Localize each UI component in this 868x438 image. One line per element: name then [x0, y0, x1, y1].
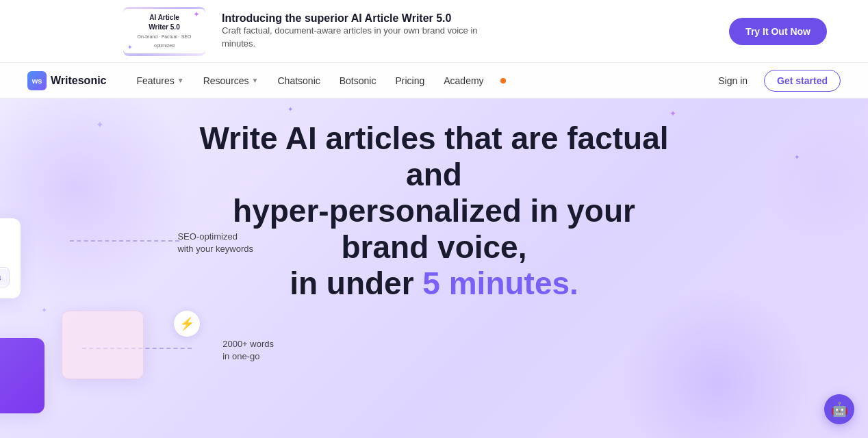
banner-subtext: Craft factual, document-aware articles i…: [222, 25, 482, 49]
logo-text: Writesonic: [51, 75, 107, 87]
chevron-down-icon: ▼: [177, 77, 184, 84]
nav-item-features[interactable]: Features ▼: [129, 71, 192, 90]
bg-blob-bottom: [622, 287, 813, 438]
logo-icon: ws: [27, 71, 47, 90]
url-input-card: 📄 Upload a file Add URL Enter a URL: Exa…: [0, 218, 21, 298]
annotation-2000: 2000+ words in one-go: [222, 338, 274, 363]
banner-description: Introducing the superior AI Article Writ…: [222, 12, 482, 49]
nav-item-botsonic[interactable]: Botsonic: [331, 71, 385, 90]
bottom-card-purple: [0, 338, 44, 413]
nav-item-resources[interactable]: Resources ▼: [195, 71, 267, 90]
get-started-button[interactable]: Get started: [764, 70, 841, 92]
url-type-badge[interactable]: Exact URL ↓: [0, 269, 9, 285]
banner-preview-image: ✦ ✦ AI Article Writer 5.0 On-brand · Fac…: [123, 7, 205, 56]
bg-blob-right: [758, 112, 868, 249]
nav-item-pricing[interactable]: Pricing: [387, 71, 433, 90]
sparkle-icon: ✦: [794, 153, 800, 161]
card-tabs: 📄 Upload a file Add URL: [0, 229, 10, 243]
chevron-down-icon: ▼: [252, 77, 259, 84]
notification-dot: [500, 78, 506, 83]
url-input-row: Exact URL ↓: [0, 267, 10, 287]
logo[interactable]: ws Writesonic: [27, 71, 107, 90]
dashed-connector-seo: [70, 240, 179, 242]
sparkle-icon: ✦: [669, 109, 676, 118]
sparkle-icon: ✦: [41, 306, 47, 315]
sign-in-button[interactable]: Sign in: [710, 71, 756, 90]
url-label: Enter a URL:: [0, 251, 10, 261]
chat-widget-button[interactable]: 🤖: [824, 394, 854, 424]
nav-actions: Sign in Get started: [710, 70, 841, 92]
announcement-banner: ✦ ✦ AI Article Writer 5.0 On-brand · Fac…: [0, 0, 868, 63]
lightning-icon-right: ⚡: [174, 311, 200, 337]
hero-title: Write AI articles that are factual and h…: [188, 120, 680, 301]
chat-icon: 🤖: [831, 401, 848, 417]
hero-section: ✦ ✦ ✦ ✦ ✦ Write AI articles that are fac…: [0, 99, 868, 438]
nav-item-academy[interactable]: Academy: [435, 71, 492, 90]
nav-item-chatsonic[interactable]: Chatsonic: [269, 71, 328, 90]
sparkle-icon: ✦: [96, 119, 104, 130]
sparkle-icon: ✦: [288, 105, 293, 113]
nav-links: Features ▼ Resources ▼ Chatsonic Botsoni…: [129, 71, 711, 90]
banner-content: ✦ ✦ AI Article Writer 5.0 On-brand · Fac…: [123, 7, 482, 56]
secondary-card-right: [62, 311, 144, 379]
banner-cta-button[interactable]: Try It Out Now: [729, 18, 827, 45]
main-navbar: ws Writesonic Features ▼ Resources ▼ Cha…: [0, 63, 868, 99]
banner-heading: Introducing the superior AI Article Writ…: [222, 12, 482, 25]
